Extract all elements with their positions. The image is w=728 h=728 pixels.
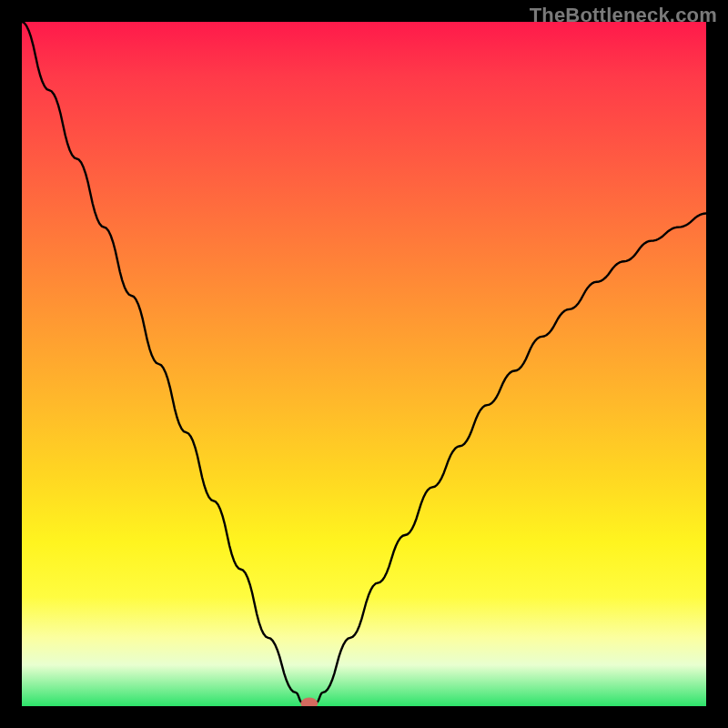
minimum-marker — [301, 698, 318, 706]
bottleneck-curve — [22, 22, 706, 706]
watermark-text: TheBottleneck.com — [530, 4, 717, 27]
curve-layer — [22, 22, 706, 706]
plot-area — [22, 22, 706, 706]
chart-frame: TheBottleneck.com — [0, 0, 728, 728]
